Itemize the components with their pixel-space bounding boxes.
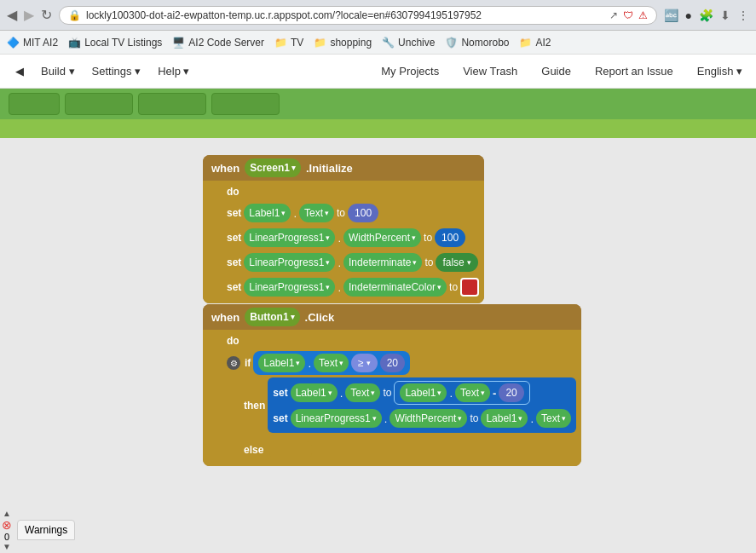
ai2-folder-icon: 📁 (519, 37, 532, 49)
condition-block: Label1 ▾ . Text ▾ ≥ ▾ 20 (253, 351, 410, 375)
toolbar-btn-1[interactable] (9, 93, 60, 115)
bookmark-local-tv[interactable]: 📺 Local TV Listings (68, 37, 162, 49)
gear-icon[interactable]: ⚙ (227, 356, 240, 370)
else-row: else (244, 439, 576, 461)
back-icon[interactable]: ◀ (7, 7, 17, 23)
then-set-row-2: set LinearProgress1 ▾ . WidthPercent ▾ t… (273, 407, 571, 429)
bookmark-ai2-label: AI2 (535, 37, 551, 49)
value-100-2[interactable]: 100 (435, 228, 465, 247)
address-bar[interactable]: 🔒 lockly100300-dot-ai2-ewpatton-temp.uc.… (59, 6, 657, 25)
then-dot-2: . (384, 412, 388, 425)
nav-back[interactable]: ◀ (9, 61, 31, 81)
arith-label1-dropdown[interactable]: Label1 ▾ (400, 383, 447, 402)
browser-nav-icons[interactable]: ◀ ▶ ↻ (7, 7, 52, 23)
color-red-swatch[interactable] (460, 278, 479, 297)
cond-label1-dropdown[interactable]: Label1 ▾ (258, 354, 305, 372)
then-lp-dropdown[interactable]: LinearProgress1 ▾ (291, 409, 382, 428)
dot-2: . (338, 232, 341, 245)
nav-my-projects[interactable]: My Projects (376, 61, 444, 81)
then-widthpercent-dropdown[interactable]: WidthPercent ▾ (390, 409, 467, 428)
share-icon[interactable]: ↗ (609, 9, 618, 21)
translate-icon[interactable]: 🔤 (664, 9, 678, 22)
then-text-dropdown-2[interactable]: Text ▾ (536, 409, 571, 428)
lp1-dropdown-3[interactable]: LinearProgress1 ▾ (244, 278, 335, 297)
nav-guide[interactable]: Guide (536, 61, 576, 81)
nav-settings[interactable]: Settings ▾ (85, 61, 148, 81)
toolbar-btn-2[interactable] (65, 93, 133, 115)
set-then-2: set (273, 412, 287, 424)
bookmarks-bar: 🔷 MIT AI2 📺 Local TV Listings 🖥️ AI2 Cod… (0, 31, 756, 55)
warning-count: 0 (4, 532, 9, 542)
nav-view-trash[interactable]: View Trash (458, 61, 522, 81)
browser-action-icons[interactable]: 🔤 ● 🧩 ⬇ ⋮ (664, 9, 749, 22)
indetcolor-dropdown[interactable]: IndeterminateColor ▾ (343, 278, 447, 297)
nav-report-issue[interactable]: Report an Issue (590, 61, 678, 81)
arithmetic-block: Label1 ▾ . Text ▾ - 20 (394, 381, 529, 405)
widthpercent-dropdown-1[interactable]: WidthPercent ▾ (343, 228, 421, 247)
more-icon[interactable]: ⋮ (737, 9, 749, 22)
arrow-down-icon[interactable]: ▼ (3, 542, 11, 551)
warning-triangle-icon: ⚠ (638, 9, 648, 21)
then-label1-ref-dropdown[interactable]: Label1 ▾ (481, 409, 528, 428)
toolbar-btn-3[interactable] (138, 93, 206, 115)
value-100[interactable]: 100 (348, 204, 378, 222)
label1-dropdown-1[interactable]: Label1 ▾ (244, 204, 291, 222)
button1-block-body: do ⚙ if Label1 ▾ . Text ▾ ≥ ▾ 20 (203, 330, 581, 466)
unchive-icon: 🔧 (382, 37, 395, 49)
toolbar-btn-4[interactable] (211, 93, 280, 115)
arith-dot: . (449, 387, 453, 400)
then-set-block: set Label1 ▾ . Text ▾ to Label1 ▾ . Text… (268, 377, 576, 433)
extensions-icon[interactable]: 🧩 (699, 9, 713, 22)
browser-bar: ◀ ▶ ↻ 🔒 lockly100300-dot-ai2-ewpatton-te… (0, 0, 756, 31)
arith-value-20[interactable]: 20 (499, 383, 523, 402)
canvas-area: when Screen1 ▾ .Initialize do set Label1… (0, 138, 756, 553)
set-lp1: set (227, 232, 241, 244)
arrow-up-icon[interactable]: ▲ (3, 509, 11, 518)
gte-operator[interactable]: ≥ ▾ (351, 354, 378, 372)
dot-4: . (338, 281, 341, 294)
warnings-bar: ▲ ⊗ 0 ▼ Warnings (0, 507, 75, 553)
else-placeholder (269, 441, 312, 458)
shopping-folder-icon: 📁 (314, 37, 326, 49)
arith-text-dropdown[interactable]: Text ▾ (455, 383, 490, 402)
bookmark-ai2[interactable]: 📁 AI2 (519, 37, 551, 49)
indeterminate-dropdown[interactable]: Indeterminate ▾ (343, 253, 422, 272)
cond-text-dropdown[interactable]: Text ▾ (314, 354, 349, 372)
forward-icon[interactable]: ▶ (24, 7, 34, 23)
bookmark-unchive[interactable]: 🔧 Unchive (382, 37, 435, 49)
set-then-1: set (273, 387, 287, 399)
then-label1-dropdown[interactable]: Label1 ▾ (291, 383, 338, 402)
bookmark-shopping[interactable]: 📁 shopping (314, 37, 372, 49)
then-to-2: to (470, 412, 478, 424)
lp1-dropdown-1[interactable]: LinearProgress1 ▾ (244, 228, 335, 247)
bookmark-mit-ai2[interactable]: 🔷 MIT AI2 (7, 37, 58, 49)
set-label1-text-row: set Label1 ▾ . Text ▾ to 100 (227, 202, 479, 224)
button1-block-outer: when Button1 ▾ .Click do ⚙ if Label1 ▾ .… (203, 304, 581, 466)
then-text-dropdown-1[interactable]: Text ▾ (345, 383, 380, 402)
cond-value-20[interactable]: 20 (380, 354, 405, 372)
bookmark-mit-ai2-label: MIT AI2 (23, 37, 58, 49)
bookmark-tv-label: TV (291, 37, 303, 49)
reload-icon[interactable]: ↻ (41, 7, 52, 23)
avatar-icon[interactable]: ● (685, 9, 692, 22)
set-lp3: set (227, 281, 241, 293)
text-dropdown-1[interactable]: Text ▾ (299, 204, 334, 222)
nav-english[interactable]: English ▾ (692, 61, 747, 81)
set-linearprogress-color-row: set LinearProgress1 ▾ . IndeterminateCol… (227, 276, 479, 298)
button1-dropdown[interactable]: Button1 ▾ (245, 308, 299, 326)
nav-help[interactable]: Help ▾ (151, 61, 196, 81)
download-icon[interactable]: ⬇ (720, 9, 730, 22)
then-label: then (244, 400, 265, 412)
warnings-button[interactable]: Warnings (17, 520, 75, 540)
screen1-block-outer: when Screen1 ▾ .Initialize do set Label1… (203, 155, 484, 303)
lp1-dropdown-2[interactable]: LinearProgress1 ▾ (244, 253, 335, 272)
mit-ai2-icon: 🔷 (7, 37, 20, 49)
false-value[interactable]: false ▾ (436, 253, 477, 272)
bookmark-tv[interactable]: 📁 TV (274, 37, 303, 49)
then-row: then set Label1 ▾ . Text ▾ to Label1 ▾ . (244, 377, 576, 433)
nav-build[interactable]: Build ▾ (34, 61, 82, 81)
bookmark-nomorobo[interactable]: 🛡️ Nomorobo (445, 37, 509, 49)
screen1-dropdown[interactable]: Screen1 ▾ (245, 158, 301, 177)
warnings-label: Warnings (25, 524, 67, 536)
bookmark-ai2-code[interactable]: 🖥️ AI2 Code Server (172, 37, 264, 49)
